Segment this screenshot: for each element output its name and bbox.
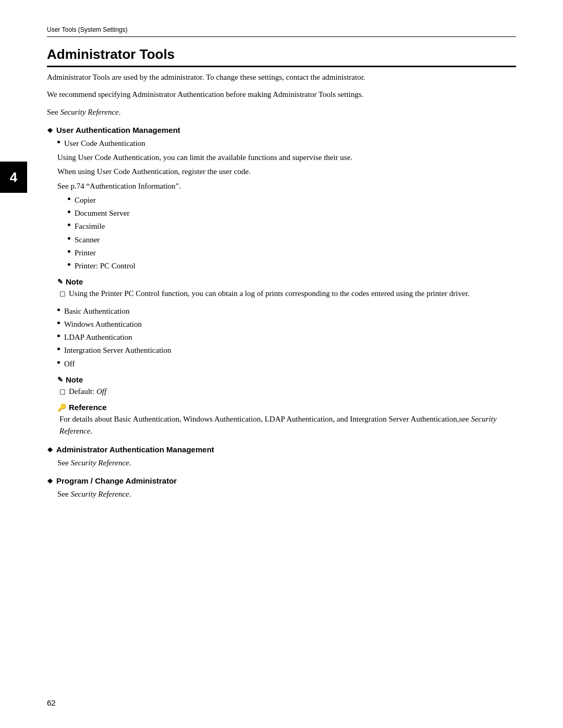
user-code-desc2: When using User Code Authentication, reg… <box>57 166 516 178</box>
chapter-number: 4 <box>10 169 17 186</box>
user-code-bullet-list: User Code Authentication <box>57 138 516 150</box>
security-ref-link-1: Security Reference <box>60 108 118 116</box>
off-label: Off <box>64 358 75 370</box>
bullet-dot-3 <box>68 211 70 213</box>
see-security-ref-1: See Security Reference. <box>47 106 516 118</box>
note-header-2: ✎ Note <box>57 375 516 384</box>
user-code-desc1: Using User Code Authentication, you can … <box>57 152 516 164</box>
bullet-dot-2 <box>68 198 70 200</box>
list-item: Intergration Server Authentication <box>57 344 516 356</box>
note-content-1: ☐ Using the Printer PC Control function,… <box>59 288 516 300</box>
list-item: Windows Authentication <box>57 318 516 330</box>
bullet-dot-4 <box>68 224 70 226</box>
basic-auth-label: Basic Authentication <box>64 305 129 317</box>
note-box-2: ✎ Note ☐ Default: Off <box>57 375 516 398</box>
page-container: 4 User Tools (System Settings) Administr… <box>0 0 563 728</box>
note-icon-2: ✎ <box>57 376 63 384</box>
note-box-1: ✎ Note ☐ Using the Printer PC Control fu… <box>57 277 516 300</box>
ldap-auth-label: LDAP Authentication <box>64 331 132 343</box>
diamond-icon-1: ❖ <box>47 127 53 134</box>
program-change-ref-italic: Security Reference <box>70 490 129 498</box>
reference-content: For details about Basic Authentication, … <box>59 413 516 438</box>
bullet-dot-windows <box>57 322 60 324</box>
list-item: Printer: PC Control <box>68 260 516 272</box>
content-area: User Tools (System Settings) Administrat… <box>47 26 516 500</box>
reference-label: Reference <box>69 403 107 412</box>
bullet-dot-off <box>57 361 60 364</box>
checkbox-icon-2: ☐ <box>59 387 66 398</box>
bullet-dot-7 <box>68 263 70 266</box>
program-change-label: Program / Change Administrator <box>56 476 177 485</box>
list-item: Printer <box>68 247 516 259</box>
page-title: Administrator Tools <box>47 46 516 67</box>
bullet-dot-basic <box>57 309 60 311</box>
breadcrumb: User Tools (System Settings) <box>47 26 516 37</box>
list-item: Document Server <box>68 207 516 219</box>
note-content-2: ☐ Default: Off <box>59 386 516 398</box>
user-code-desc3: See p.74 “Authentication Information”. <box>57 180 516 192</box>
list-item: LDAP Authentication <box>57 331 516 343</box>
windows-auth-label: Windows Authentication <box>64 318 142 330</box>
section-program-change-header: ❖ Program / Change Administrator <box>47 476 516 485</box>
bullet-user-code: User Code Authentication <box>57 138 516 150</box>
list-item: Scanner <box>68 234 516 246</box>
bullet-dot-6 <box>68 250 70 253</box>
auth-type-list: Basic Authentication Windows Authenticat… <box>57 305 516 370</box>
note-label-1: Note <box>66 277 83 286</box>
page-footer: 62 <box>47 698 516 707</box>
sub-bullet-list: Copier Document Server Facsimile Scanner… <box>68 194 516 273</box>
reference-header: 🔑 Reference <box>57 403 516 412</box>
user-code-label: User Code Authentication <box>64 138 145 150</box>
intro-para-2: We recommend specifying Administrator Au… <box>47 89 516 101</box>
checkbox-icon-1: ☐ <box>59 289 66 300</box>
list-item: Facsimile <box>68 220 516 232</box>
note2-prefix: Default: <box>69 387 96 396</box>
list-item: Basic Authentication <box>57 305 516 317</box>
diamond-icon-3: ❖ <box>47 477 53 485</box>
reference-text: For details about Basic Authentication, … <box>59 415 497 435</box>
admin-auth-ref: See Security Reference. <box>57 457 516 469</box>
bullet-dot-1 <box>57 141 60 143</box>
admin-auth-ref-italic: Security Reference <box>70 459 129 467</box>
bullet-dot-5 <box>68 237 70 240</box>
program-change-ref: See Security Reference. <box>57 488 516 500</box>
chapter-tab: 4 <box>0 162 27 193</box>
user-auth-label: User Authentication Management <box>56 126 180 134</box>
admin-auth-label: Administrator Authentication Management <box>56 445 214 454</box>
list-item: Copier <box>68 194 516 206</box>
bullet-dot-intergration <box>57 348 60 350</box>
list-item: Off <box>57 358 516 370</box>
note2-italic: Off <box>96 387 106 396</box>
reference-key-icon: 🔑 <box>57 403 66 412</box>
note-text-1: Using the Printer PC Control function, y… <box>69 288 470 300</box>
reference-box: 🔑 Reference For details about Basic Auth… <box>57 403 516 438</box>
section-user-auth-header: ❖ User Authentication Management <box>47 126 516 134</box>
page-number: 62 <box>47 698 56 707</box>
intro-para-1: Administrator Tools are used by the admi… <box>47 71 516 83</box>
note-label-2: Note <box>66 375 83 384</box>
section-admin-auth-header: ❖ Administrator Authentication Managemen… <box>47 445 516 454</box>
note-icon-1: ✎ <box>57 278 63 286</box>
note-header-1: ✎ Note <box>57 277 516 286</box>
intergration-auth-label: Intergration Server Authentication <box>64 344 172 356</box>
bullet-dot-ldap <box>57 335 60 337</box>
diamond-icon-2: ❖ <box>47 446 53 454</box>
